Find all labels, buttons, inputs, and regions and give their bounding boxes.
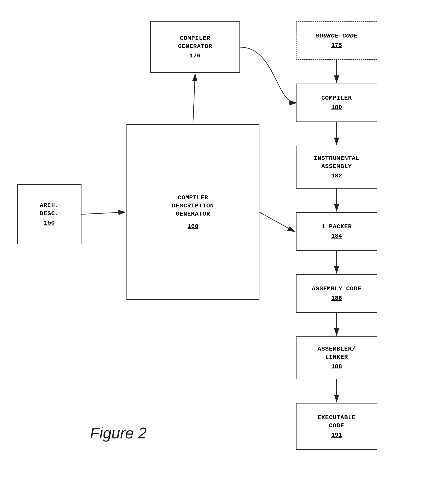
- source-code-box: SOURCE CODE 175: [296, 21, 377, 60]
- source-code-num: 175: [331, 41, 342, 49]
- executable-code-box: EXECUTABLECODE 191: [296, 403, 377, 450]
- instrumental-assembly-box: INSTRUMENTALASSEMBLY 182: [296, 146, 377, 189]
- arch-desc-num: 150: [44, 219, 55, 227]
- svg-line-2: [81, 212, 125, 214]
- compiler-180-num: 180: [331, 104, 342, 112]
- assembler-linker-num: 188: [331, 363, 342, 371]
- arch-desc-label: ARCH.DESC.: [40, 201, 59, 218]
- assembly-code-box: ASSEMBLY CODE 186: [296, 274, 377, 313]
- compiler-180-box: COMPILER 180: [296, 84, 377, 122]
- compiler-generator-170-label: COMPILERGENERATOR: [178, 34, 212, 51]
- compiler-desc-gen-num: 160: [188, 222, 198, 231]
- compiler-desc-gen-box: COMPILERDESCRIPTIONGENERATOR 160: [127, 124, 259, 300]
- figure-label: Figure 2: [90, 424, 147, 442]
- svg-line-4: [259, 212, 294, 231]
- instrumental-assembly-num: 182: [331, 172, 342, 180]
- compiler-generator-170-num: 170: [190, 52, 200, 60]
- source-code-label: SOURCE CODE: [316, 32, 358, 40]
- packer-label: 1 PACKER: [321, 223, 352, 231]
- executable-code-num: 191: [331, 431, 342, 439]
- packer-box: 1 PACKER 184: [296, 212, 377, 251]
- assembly-code-label: ASSEMBLY CODE: [312, 285, 361, 293]
- svg-line-3: [193, 75, 195, 124]
- packer-num: 184: [331, 232, 342, 240]
- assembly-code-num: 186: [331, 294, 342, 302]
- diagram: ARCH.DESC. 150 COMPILERGENERATOR 170 COM…: [0, 0, 426, 504]
- compiler-generator-170-box: COMPILERGENERATOR 170: [150, 21, 240, 73]
- compiler-desc-gen-label: COMPILERDESCRIPTIONGENERATOR: [172, 194, 214, 218]
- assembler-linker-box: ASSEMBLER/LINKER 188: [296, 336, 377, 379]
- instrumental-assembly-label: INSTRUMENTALASSEMBLY: [314, 154, 360, 171]
- assembler-linker-label: ASSEMBLER/LINKER: [318, 345, 356, 361]
- compiler-180-label: COMPILER: [321, 94, 352, 102]
- arch-desc-box: ARCH.DESC. 150: [17, 184, 81, 244]
- executable-code-label: EXECUTABLECODE: [318, 413, 356, 430]
